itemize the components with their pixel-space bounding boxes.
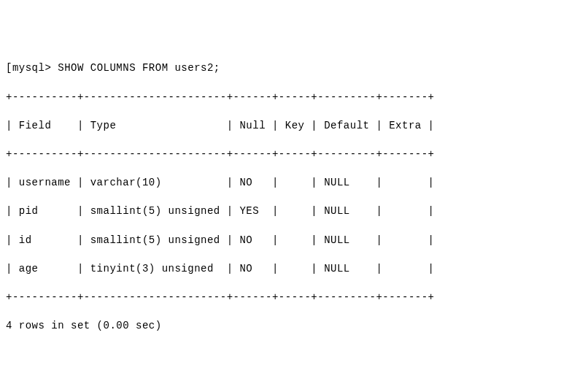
table-divider: +----------+----------------------+-----…	[6, 147, 582, 162]
sql-query-1: SHOW COLUMNS FROM users2;	[58, 62, 220, 74]
table-divider: +----------+----------------------+-----…	[6, 91, 582, 105]
prompt-line-1: [mysql> SHOW COLUMNS FROM users2;	[6, 61, 582, 76]
blank-line	[6, 347, 582, 362]
bracket-icon: [	[6, 62, 12, 74]
table-row: | id | smallint(5) unsigned | NO | | NUL…	[6, 234, 582, 248]
mysql-prompt: mysql>	[12, 62, 51, 74]
table-row: | age | tinyint(3) unsigned | NO | | NUL…	[6, 262, 582, 277]
result-summary: 4 rows in set (0.00 sec)	[6, 319, 582, 334]
table-header-row: | Field | Type | Null | Key | Default | …	[6, 119, 582, 134]
table-divider: +----------+----------------------+-----…	[6, 291, 582, 305]
table-row: | pid | smallint(5) unsigned | YES | | N…	[6, 204, 582, 219]
table-row: | username | varchar(10) | NO | | NULL |…	[6, 176, 582, 191]
